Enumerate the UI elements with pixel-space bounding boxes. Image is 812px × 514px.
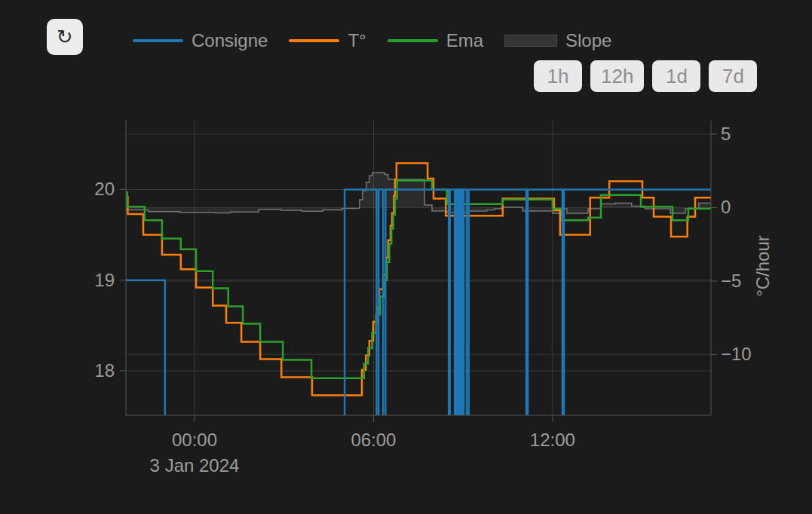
- x-tick-label: 12:00: [530, 430, 575, 450]
- y-left-tick-label: 19: [94, 270, 115, 290]
- x-axis-date-label: 3 Jan 2024: [150, 455, 240, 476]
- y-right-tick-label: 5: [721, 124, 731, 144]
- climate-chart-widget: ↻ ConsigneT°EmaSlope 1h12h1d7d 00:0006:0…: [0, 0, 812, 514]
- y-right-axis-title: °C/hour: [752, 235, 773, 297]
- y-left-tick-label: 18: [94, 360, 115, 381]
- x-tick-label: 00:00: [172, 430, 217, 450]
- y-right-tick-label: −5: [721, 271, 741, 291]
- plot-area[interactable]: [126, 121, 711, 415]
- y-right-tick-label: −10: [721, 344, 752, 364]
- y-right-tick-label: 0: [721, 197, 731, 217]
- x-tick-label: 06:00: [351, 430, 396, 450]
- y-left-tick-label: 20: [94, 179, 115, 199]
- chart-area: 00:0006:0012:003 Jan 202420191850−5−10°C…: [0, 0, 812, 514]
